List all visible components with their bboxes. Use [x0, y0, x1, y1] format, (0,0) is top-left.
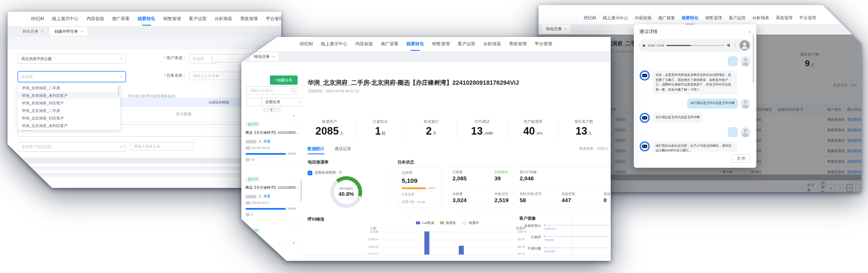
tab-close-icon[interactable]: × [565, 27, 567, 31]
task-view-row: 人查看 [246, 194, 298, 199]
robot-avatar [640, 141, 650, 151]
tab-call-records[interactable]: 通话记录 [335, 146, 351, 152]
tab-close-icon[interactable]: × [272, 55, 275, 59]
nav-item[interactable]: 内容创策 [86, 16, 104, 22]
task-progress-row: 100% [246, 207, 298, 211]
portrait-row: 已购买 7/5109 [517, 234, 609, 242]
collapsed-section [8, 166, 281, 170]
tab-close-icon[interactable]: × [41, 29, 43, 34]
nav-item[interactable]: 线上展示中心 [321, 41, 347, 47]
task-card[interactable]: 执行中⋯ 圈选【亦庄橡树湾】224102809… 人查看 28 09:18:17… [241, 173, 303, 220]
status-cell: 未接通3,024 [449, 189, 491, 208]
more-icon[interactable]: ⋯ [294, 122, 298, 127]
replace-text-input[interactable] [130, 142, 194, 151]
more-icon[interactable]: ⋯ [294, 229, 298, 233]
filter-collapse-tab[interactable] [262, 107, 281, 112]
task-card[interactable]: 执行中⋯ 5-e7o [241, 225, 303, 245]
nav-item[interactable]: 平台管理 [799, 15, 816, 21]
volume-icon[interactable] [727, 44, 731, 47]
more-icon[interactable]: ⋯ [294, 177, 298, 182]
chat-message [640, 56, 750, 66]
dropdown-option[interactable]: 华润_东郊润府_到访客户 [18, 99, 120, 107]
chat-scrollbar[interactable] [753, 34, 754, 83]
legend-call-volume[interactable]: Call数量 [416, 221, 434, 225]
nav-item[interactable]: 客户运营 [729, 15, 745, 21]
scroll-up-icon[interactable]: ▲ [293, 114, 295, 117]
audio-player[interactable]: ▶ 0:00 / 0:43 ⋮ [639, 39, 751, 52]
nav-item[interactable]: 线索转化 [406, 41, 424, 47]
user-avatar [740, 56, 750, 66]
nav-item[interactable]: 系统管理 [240, 16, 258, 22]
dynamic-info-select[interactable]: 选择客户动态信息 ∨ [18, 142, 126, 152]
nav-item[interactable]: 销售管理 [163, 16, 181, 22]
nav-item[interactable]: 分析报表 [752, 15, 769, 21]
legend-rate[interactable]: 接通率 [461, 221, 479, 225]
view-link[interactable]: 查看 [264, 139, 271, 144]
collapsed-section [8, 173, 281, 177]
page-title: 华润_北京润府_二手房-北京润府-圈选【亦庄橡树湾】22410280918176… [308, 79, 607, 87]
scene-select[interactable]: 请选择 ∧ [18, 71, 126, 82]
status-cells: 未接通3,024未接/正忙2,519 [449, 189, 513, 208]
checkbox-checked[interactable]: ✓ [308, 171, 312, 175]
task-search-input[interactable] [246, 86, 298, 95]
project-select[interactable]: 武汉光谷中央公园 ∨ [18, 54, 126, 64]
close-icon[interactable]: × [748, 29, 751, 34]
nav-item[interactable]: 线上展示中心 [52, 16, 78, 22]
tab-conversion-task[interactable]: 转化任务× [18, 27, 47, 36]
nav-item[interactable]: 销售管理 [432, 41, 450, 47]
chart-legend: Call数量 接通量 接通率 [381, 221, 514, 225]
status-cell: 其他0 [600, 189, 611, 208]
nav-item[interactable]: 经纪AI [584, 15, 596, 21]
chat-message: 你好，这里是华润置地在京南开发的北京润府项目，且自建了万象汇，现在推出了新的政策… [640, 70, 750, 94]
dropdown-scrollbar[interactable] [118, 85, 119, 96]
nav-item[interactable]: 平台管理 [534, 41, 552, 47]
blurred-count [246, 140, 256, 143]
nav-item[interactable]: 线索转化 [138, 16, 155, 22]
tab-create-call-task[interactable]: 创建外呼任务× [50, 27, 87, 36]
tab-close-icon[interactable]: × [81, 29, 83, 34]
section-customer-portrait: 客户画像 [519, 216, 536, 221]
legend-connected[interactable]: 接通量 [440, 221, 456, 225]
status-badge: 执行中 [246, 177, 261, 182]
status-cell: 关机/停机/空号58 [516, 189, 558, 208]
nav-item[interactable]: 客户运营 [458, 41, 475, 47]
dropdown-option[interactable]: 华润_北京润府_到访客户 [18, 114, 120, 122]
dropdown-option[interactable]: 华润_北京润府_未到访客户 [18, 122, 120, 130]
sub-tabs: 数据统计 通话记录 [308, 146, 351, 152]
nav-item[interactable]: 经纪AI [300, 41, 313, 47]
nav-item[interactable]: 分析报表 [214, 16, 232, 22]
search-icon [291, 88, 295, 92]
player-progress[interactable] [667, 45, 724, 46]
sidebar-scrollbar[interactable] [301, 179, 302, 201]
tab-data-stats[interactable]: 数据统计 [308, 146, 324, 152]
nav-item[interactable]: 内容创策 [635, 15, 651, 21]
nav-item[interactable]: 系统管理 [509, 41, 526, 47]
kebab-menu-icon[interactable]: ⋮ [733, 43, 737, 47]
scene-select-dropdown: 华润_东郊润府_二手房华润_东郊润府_未到访客户华润_东郊润府_到访客户华润_北… [18, 83, 120, 130]
view-link[interactable]: 查看 [264, 194, 271, 199]
nav-item[interactable]: 推广获客 [658, 15, 675, 21]
dropdown-option[interactable]: 华润_东郊润府_未到访客户 [18, 92, 120, 99]
nav-item[interactable]: 销售管理 [705, 15, 722, 21]
nav-item[interactable]: 推广获客 [112, 16, 130, 22]
task-search [246, 86, 298, 94]
nav-item[interactable]: 平台管理 [266, 16, 281, 22]
nav-item[interactable]: 分析报表 [483, 41, 501, 47]
nav-item[interactable]: 客户运营 [189, 16, 207, 22]
task-card[interactable]: 执行中⋯ 圈选【亦庄橡树湾】424102809… 人查看 28 09:18:18… [241, 118, 303, 165]
dropdown-option[interactable]: 华润_北京润府_二手房 [18, 107, 120, 114]
nav-item[interactable]: 推广获客 [381, 41, 398, 47]
play-icon[interactable]: ▶ [643, 44, 646, 47]
create-task-button[interactable]: +创建任务 [270, 75, 298, 85]
all-tasks-select[interactable]: 全部任务∨ [261, 98, 305, 106]
nav-item[interactable]: 线索转化 [682, 15, 698, 21]
message-bubble: 咱们项目全称北京润府，位于17号线北神树站，紧邻北边大概640米内有万象汇。 [652, 141, 737, 152]
modal-close-button[interactable]: 关 闭 [732, 154, 750, 163]
dropdown-option[interactable]: 华润_东郊润府_二手房 [18, 84, 120, 92]
nav-item[interactable]: 线上展示中心 [603, 15, 628, 21]
nav-item[interactable]: 经纪AI [31, 16, 44, 22]
nav-item[interactable]: 内容创策 [355, 41, 373, 47]
nav-item[interactable]: 系统管理 [776, 15, 792, 21]
tab-conversion-task[interactable]: 转化任务× [250, 52, 279, 61]
tab-conversion-task[interactable]: 转化任务× [542, 25, 571, 33]
